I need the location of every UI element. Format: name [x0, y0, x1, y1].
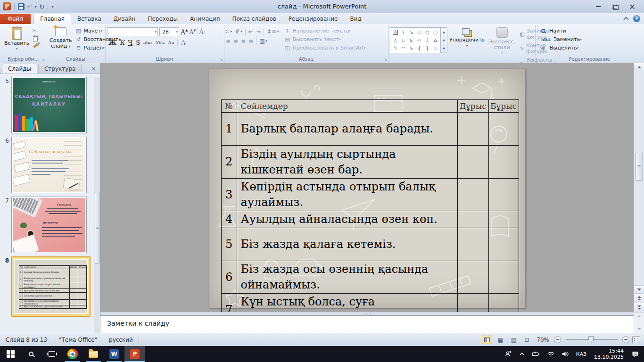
close-panel-icon[interactable]: ×	[87, 65, 100, 74]
taskbar-powerpoint[interactable]: P	[124, 346, 145, 362]
row-number[interactable]: 5	[19, 293, 23, 300]
table-header-cell[interactable]: Сөйлемдер	[23, 266, 69, 269]
answer-cell-correct[interactable]	[457, 294, 488, 313]
increase-indent-icon[interactable]: ⇥	[256, 28, 261, 35]
slide-thumbnail-7[interactable]: 1-тапсырма. Дескриптор:	[11, 197, 87, 253]
row-sentence[interactable]: Біз жазда осы өзеннің қасында ойнамаймыз…	[237, 261, 457, 294]
powerpoint-logo-icon[interactable]: P	[3, 2, 11, 10]
next-slide-button[interactable]	[634, 303, 644, 312]
answer-cell-wrong[interactable]	[78, 293, 87, 300]
help-icon[interactable]: ?	[633, 15, 640, 22]
tab-transitions[interactable]: Переходы	[141, 14, 184, 24]
italic-button[interactable]: К	[120, 39, 124, 46]
taskbar-chrome[interactable]	[62, 346, 83, 362]
dialog-launcher-icon[interactable]: ↘	[41, 58, 45, 62]
dialog-launcher-icon[interactable]: ↘	[220, 58, 223, 62]
save-icon[interactable]	[18, 3, 25, 10]
tab-file[interactable]: Файл	[0, 14, 31, 24]
text-direction-button[interactable]: ↕ Направление текста▾	[283, 27, 367, 34]
columns-icon[interactable]: ▥	[259, 38, 264, 44]
answer-cell-wrong[interactable]	[488, 211, 519, 228]
answer-cell-wrong[interactable]	[78, 289, 87, 293]
arrange-button[interactable]: Упорядочить ▾	[447, 26, 487, 50]
tab-design[interactable]: Дизайн	[107, 14, 142, 24]
character-spacing-button[interactable]: AV↔▾	[155, 40, 165, 45]
align-text-button[interactable]: ▤ Выровнять текст▾	[283, 36, 367, 43]
answer-cell-wrong[interactable]	[78, 269, 87, 276]
row-sentence[interactable]: Күн ыстық болса, суға шомыламыз.	[23, 305, 69, 309]
language-indicator[interactable]: русский	[103, 337, 139, 343]
panel-scroll-thumb[interactable]	[95, 192, 99, 263]
speaker-icon[interactable]	[559, 346, 572, 362]
task-view-button[interactable]	[41, 346, 62, 362]
row-sentence[interactable]: Біздің ауылдың сыртында кішкентай өзен б…	[23, 276, 69, 283]
answer-cell-correct[interactable]	[457, 146, 488, 179]
row-number[interactable]: 6	[221, 261, 237, 294]
customize-qat-icon[interactable]: ▾	[51, 4, 53, 9]
cut-icon[interactable]: ✂	[32, 27, 40, 34]
slideshow-view-button[interactable]: ⊡	[521, 336, 532, 344]
dialog-launcher-icon[interactable]: ↘	[531, 58, 534, 62]
smartart-button[interactable]: ◫ Преобразовать в SmartArt▾	[283, 44, 367, 51]
close-button[interactable]: ×	[627, 3, 637, 10]
tab-outline[interactable]: Структура	[38, 64, 82, 74]
strikethrough-button[interactable]: abc	[143, 40, 152, 45]
slide-thumbnail-8-selected[interactable]: №СөйлемдерДұрысБұрыс1Барлық балалар алаң…	[11, 256, 91, 317]
tab-slideshow[interactable]: Показ слайдов	[226, 14, 282, 24]
scroll-down-button[interactable]	[634, 285, 644, 293]
answer-cell-wrong[interactable]	[488, 146, 519, 179]
tab-insert[interactable]: Вставка	[71, 14, 107, 24]
zoom-slider-handle[interactable]	[588, 336, 594, 343]
table-header-cell[interactable]: №	[221, 100, 237, 113]
undo-icon[interactable]: ↶	[27, 3, 33, 10]
answer-cell-correct[interactable]	[69, 289, 78, 293]
row-sentence[interactable]: Біздің ауылдың сыртында кішкентай өзен б…	[237, 146, 457, 179]
paste-button[interactable]: Вставить ▾	[2, 26, 31, 53]
font-size-combo[interactable]: 28▾	[159, 27, 179, 36]
shrink-font-icon[interactable]: A▼	[190, 29, 196, 35]
row-sentence[interactable]: Барлық балалар алаңға барады.	[23, 269, 69, 276]
row-number[interactable]: 3	[221, 179, 237, 211]
answer-cell-wrong[interactable]	[488, 228, 519, 261]
tab-view[interactable]: Вид	[344, 14, 367, 24]
row-sentence[interactable]: Біз жазда қалаға кетеміз.	[23, 293, 69, 300]
answer-cell-correct[interactable]	[457, 261, 488, 294]
row-number[interactable]: 1	[19, 269, 23, 276]
row-number[interactable]: 4	[221, 211, 237, 228]
row-number[interactable]: 7	[221, 294, 237, 313]
decrease-indent-icon[interactable]: ⇤	[248, 28, 253, 35]
theme-name[interactable]: "Тема Office"	[53, 337, 103, 343]
panel-scrollbar[interactable]	[94, 77, 100, 333]
table-header-cell[interactable]: Бұрыс	[78, 266, 87, 269]
row-number[interactable]: 4	[19, 289, 23, 293]
new-slide-button[interactable]: Создать слайд ▾	[48, 26, 74, 51]
answer-cell-wrong[interactable]	[78, 305, 87, 309]
zoom-out-button[interactable]: −	[554, 336, 561, 343]
replace-button[interactable]: ab⇄ Заменить▾	[540, 36, 583, 43]
row-sentence[interactable]: Көпірдің астында отырып балық аулаймыз.	[23, 283, 69, 289]
quick-styles-button[interactable]: Экспресс-стили ▾	[487, 26, 517, 58]
answer-cell-correct[interactable]	[69, 305, 78, 309]
answer-cell-correct[interactable]	[69, 283, 78, 289]
row-number[interactable]: 7	[19, 305, 23, 309]
row-number[interactable]: 5	[221, 228, 237, 261]
row-number[interactable]: 2	[19, 276, 23, 283]
text-shadow-button[interactable]: S	[136, 39, 140, 46]
people-icon[interactable]	[502, 346, 515, 362]
zoom-in-button[interactable]: +	[622, 336, 629, 343]
row-sentence[interactable]: Көпірдің астында отырып балық аулаймыз.	[237, 179, 457, 211]
dialog-launcher-icon[interactable]: ↘	[384, 58, 387, 62]
change-case-button[interactable]: Aa▾	[168, 40, 174, 45]
answer-cell-wrong[interactable]	[78, 283, 87, 289]
answer-cell-correct[interactable]	[457, 179, 488, 211]
grow-font-icon[interactable]: A▲	[181, 28, 188, 36]
shapes-scroll-down[interactable]: ▼	[441, 36, 447, 45]
notification-center-icon[interactable]	[628, 346, 642, 362]
row-number[interactable]: 6	[19, 300, 23, 305]
taskbar-file-explorer[interactable]	[83, 346, 104, 362]
notes-pane[interactable]: Заметки к слайду	[100, 315, 634, 333]
shapes-more[interactable]: ▼	[441, 44, 447, 53]
answer-cell-wrong[interactable]	[78, 300, 87, 305]
answer-cell-correct[interactable]	[69, 300, 78, 305]
answer-cell-wrong[interactable]	[488, 294, 519, 313]
